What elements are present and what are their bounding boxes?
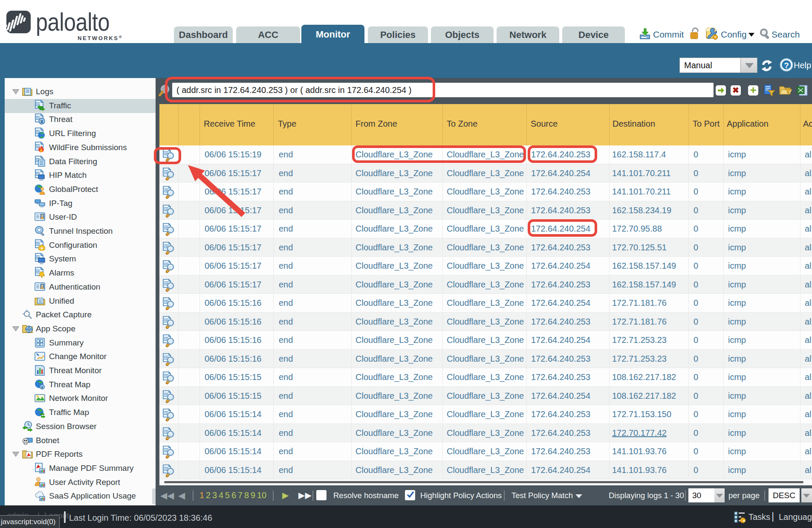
svg-text:x: x [41, 385, 43, 389]
svg-text:x: x [40, 119, 43, 125]
svg-text:?: ? [784, 61, 789, 70]
